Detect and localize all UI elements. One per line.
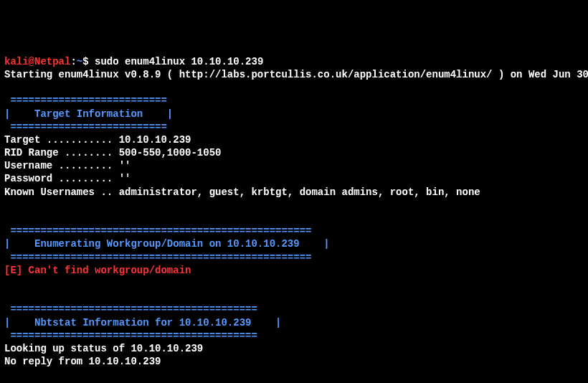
known-users-line: Known Usernames .. administrator, guest,…: [4, 186, 480, 198]
error-text: Can't find workgroup/domain: [22, 265, 191, 276]
terminal-output: kali@Netpal:~$ sudo enum4linux 10.10.10.…: [4, 55, 584, 383]
password-line: Password ......... '': [4, 173, 131, 184]
prompt-colon: :: [70, 56, 76, 67]
target-line: Target ........... 10.10.10.239: [4, 134, 191, 146]
section-border: ==========================: [4, 121, 173, 133]
section-title: | Target Information |: [4, 108, 173, 120]
output-line: Starting enum4linux v0.8.9 ( http://labs…: [4, 69, 588, 80]
section-title: | Nbtstat Information for 10.10.10.239 |: [4, 317, 281, 328]
section-border: ==========================: [4, 95, 173, 106]
command-text[interactable]: sudo enum4linux 10.10.10.239: [95, 56, 263, 67]
prompt-user: kali@Netpal: [4, 56, 70, 67]
prompt-dollar: $: [82, 56, 95, 67]
section-border: ========================================…: [4, 225, 318, 237]
prompt-path: ~: [77, 56, 82, 67]
section-title: | Enumerating Workgroup/Domain on 10.10.…: [4, 238, 330, 250]
nbtstat-lookup: Looking up status of 10.10.10.239: [4, 343, 203, 354]
section-border: ========================================…: [4, 330, 263, 341]
section-border: ========================================…: [4, 252, 318, 263]
nbtstat-noreply: No reply from 10.10.10.239: [4, 356, 161, 367]
error-prefix: [E]: [4, 265, 22, 276]
section-border: ========================================…: [4, 303, 263, 315]
rid-range-line: RID Range ........ 500-550,1000-1050: [4, 147, 221, 159]
username-line: Username ......... '': [4, 160, 131, 171]
